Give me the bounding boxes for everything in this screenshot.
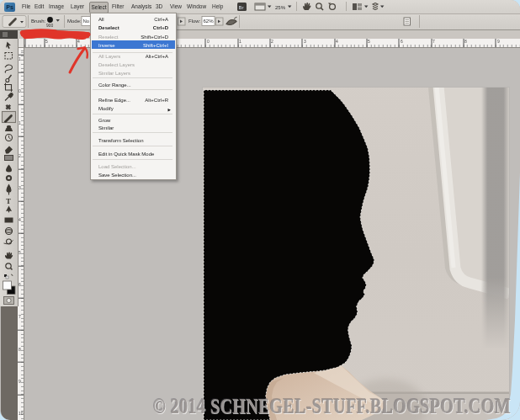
svg-text:T: T [6, 197, 11, 205]
svg-text:Mode:: Mode: [67, 19, 82, 24]
svg-text:900: 900 [46, 23, 54, 28]
svg-text:Flow:: Flow: [188, 19, 201, 24]
svg-text:25%: 25% [275, 5, 286, 10]
svg-text:No: No [83, 19, 90, 24]
svg-text:Brush:: Brush: [31, 19, 46, 24]
svg-text:62%: 62% [204, 19, 215, 24]
svg-text:Br: Br [239, 5, 244, 10]
